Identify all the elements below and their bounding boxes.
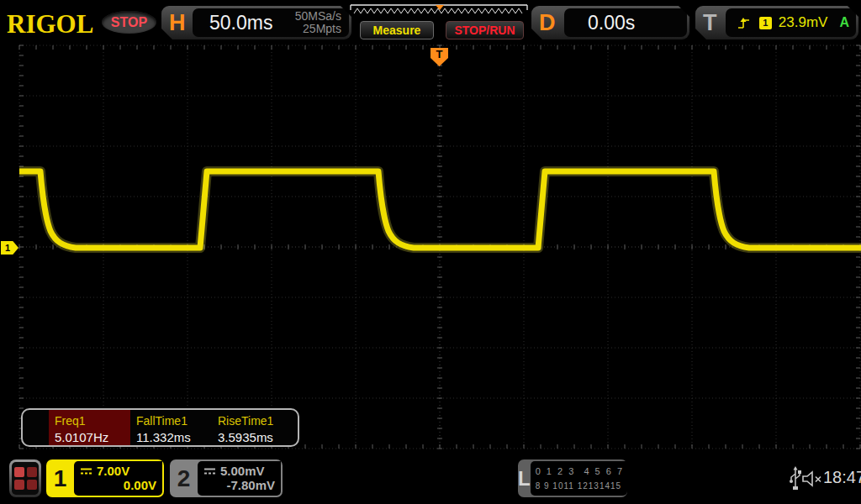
channel1-offset: 0.00V [80, 478, 156, 492]
dc-coupling-icon [203, 467, 216, 475]
measurement-value: 11.332ms [136, 430, 212, 444]
logic-channels-row2: 8 9 1011 12131415 [536, 479, 624, 493]
channel2-number: 2 [170, 459, 198, 497]
channel2-scale: 5.00mV [220, 464, 265, 478]
clock: 18:47 [823, 468, 861, 487]
channel1-number: 1 [46, 459, 74, 497]
menu-grid-icon [12, 462, 39, 495]
channel1-scale: 7.00V [97, 464, 129, 478]
logic-channels-row1: 0 1 2 3 4 5 6 7 [536, 465, 624, 479]
dc-coupling-icon [80, 467, 92, 475]
speaker-muted-icon [801, 470, 823, 488]
logic-analyzer-block[interactable]: L 0 1 2 3 4 5 6 7 8 9 1011 12131415 [518, 459, 627, 497]
measurement-label: RiseTime1 [218, 414, 293, 428]
waveform-trace [19, 171, 861, 248]
measurement-value: 3.5935ms [218, 430, 293, 444]
measurement-box: Freq1 5.0107Hz FallTime1 11.332ms RiseTi… [21, 408, 299, 447]
measurement-label: Freq1 [55, 414, 130, 428]
channel1-block[interactable]: 1 7.00V 0.00V [46, 459, 164, 497]
measurement-item-risetime1[interactable]: RiseTime1 3.5935ms [212, 410, 293, 445]
usb-icon [789, 466, 802, 491]
measurement-item-freq1[interactable]: Freq1 5.0107Hz [49, 410, 130, 445]
measurement-label: FallTime1 [136, 414, 212, 428]
channel2-block[interactable]: 2 5.00mV -7.80mV [170, 459, 283, 497]
measurement-value: 5.0107Hz [55, 430, 130, 444]
logic-label: L [518, 459, 531, 497]
menu-button[interactable] [9, 459, 41, 497]
channel2-offset: -7.80mV [203, 478, 275, 492]
waveform-trace-glow [19, 171, 861, 248]
measurement-item-falltime1[interactable]: FallTime1 11.332ms [130, 410, 212, 445]
